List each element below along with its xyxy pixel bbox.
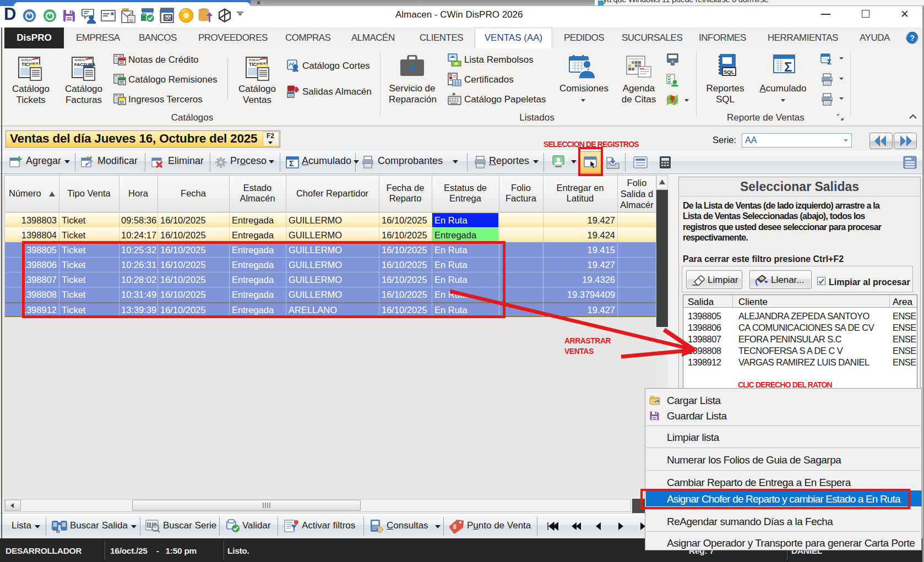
- svg-text:SQL: SQL: [724, 69, 735, 75]
- svg-text:Σ: Σ: [289, 159, 293, 168]
- svg-text:BUREAU: BUREAU: [75, 59, 85, 62]
- svg-text:?: ?: [910, 34, 915, 42]
- svg-text:Σ: Σ: [784, 59, 792, 74]
- svg-text:ID: ID: [56, 530, 60, 533]
- svg-text:SQL: SQL: [165, 16, 173, 20]
- svg-text:Σ: Σ: [827, 58, 831, 66]
